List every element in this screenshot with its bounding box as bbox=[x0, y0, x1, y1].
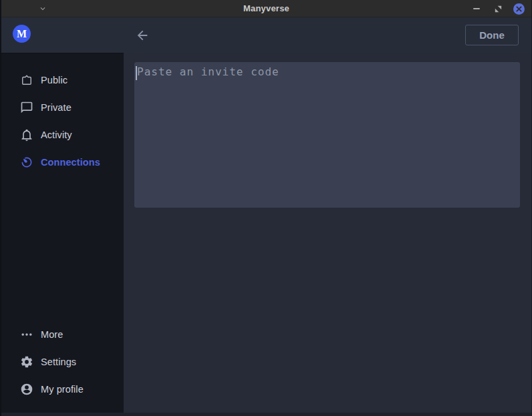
sidebar-item-more[interactable]: More bbox=[1, 321, 124, 348]
sidebar-item-label: Private bbox=[41, 102, 72, 113]
sidebar-item-label: Connections bbox=[41, 157, 100, 168]
text-caret bbox=[136, 66, 137, 80]
sidebar-item-private[interactable]: Private bbox=[1, 93, 124, 121]
restore-button[interactable] bbox=[492, 3, 504, 15]
window-bottom-edge bbox=[1, 413, 531, 416]
app-window: Manyverse M bbox=[0, 0, 532, 416]
sidebar-item-activity[interactable]: Activity bbox=[1, 121, 124, 148]
arrow-left-icon bbox=[135, 28, 150, 43]
sidebar: Public Private Activity bbox=[1, 53, 124, 416]
gear-icon bbox=[20, 355, 33, 369]
back-button[interactable] bbox=[134, 27, 151, 44]
account-circle-icon bbox=[20, 383, 33, 396]
sidebar-item-label: Settings bbox=[41, 357, 76, 367]
manyverse-logo[interactable]: M bbox=[13, 25, 31, 43]
logo-letter: M bbox=[17, 28, 27, 40]
app-body: Public Private Activity bbox=[1, 53, 531, 416]
bulletin-board-icon bbox=[20, 73, 33, 87]
close-icon bbox=[516, 6, 522, 12]
message-icon bbox=[20, 101, 33, 114]
titlebar: Manyverse bbox=[1, 0, 531, 17]
main-content bbox=[124, 53, 531, 416]
bell-icon bbox=[20, 128, 33, 142]
sidebar-item-my-profile[interactable]: My profile bbox=[1, 375, 124, 403]
sidebar-item-label: Activity bbox=[41, 130, 72, 140]
app-header: M Done bbox=[1, 17, 531, 53]
done-button[interactable]: Done bbox=[465, 25, 519, 45]
minimize-icon bbox=[473, 8, 480, 9]
connections-gauge-icon bbox=[20, 156, 33, 169]
invite-code-box bbox=[134, 62, 520, 208]
minimize-button[interactable] bbox=[471, 3, 483, 15]
sidebar-item-connections[interactable]: Connections bbox=[1, 148, 124, 176]
sidebar-item-label: Public bbox=[41, 75, 68, 85]
window-title: Manyverse bbox=[1, 3, 531, 13]
restore-icon bbox=[495, 5, 502, 13]
sidebar-spacer bbox=[1, 176, 124, 321]
invite-code-input[interactable] bbox=[134, 62, 520, 208]
sidebar-item-settings[interactable]: Settings bbox=[1, 348, 124, 375]
sidebar-item-public[interactable]: Public bbox=[1, 66, 124, 93]
window-controls bbox=[471, 0, 525, 17]
sidebar-item-label: My profile bbox=[41, 384, 84, 395]
ellipsis-icon bbox=[20, 328, 33, 341]
close-button[interactable] bbox=[513, 3, 525, 15]
sidebar-item-label: More bbox=[41, 329, 63, 340]
